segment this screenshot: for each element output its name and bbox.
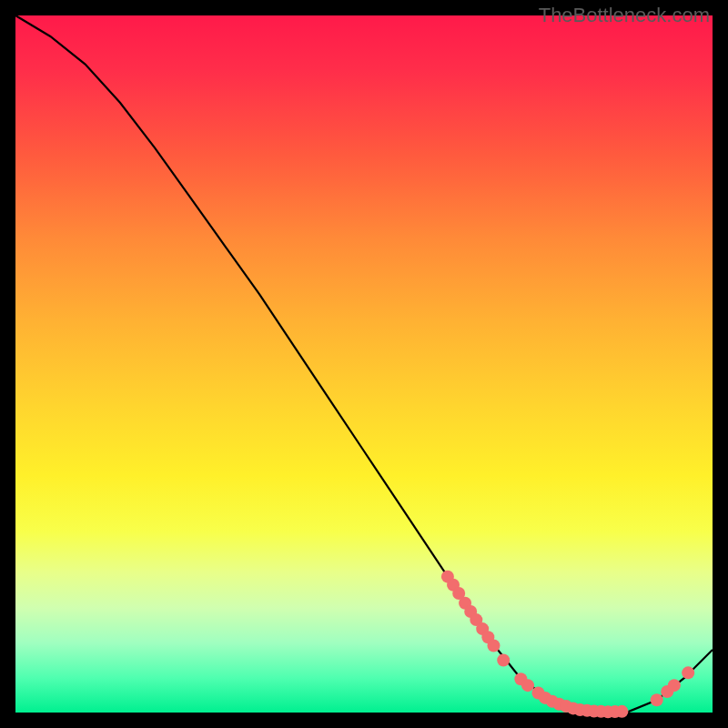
data-point [497,654,510,667]
chart-svg [15,15,713,713]
data-point [615,705,628,718]
scatter-points [441,571,694,719]
watermark-text: TheBottleneck.com [539,4,710,27]
bottleneck-curve [15,15,713,712]
data-point [668,679,681,692]
data-point [487,639,500,652]
data-point [682,666,694,679]
data-point [521,679,534,692]
data-point [651,693,663,706]
chart-area [15,15,713,713]
